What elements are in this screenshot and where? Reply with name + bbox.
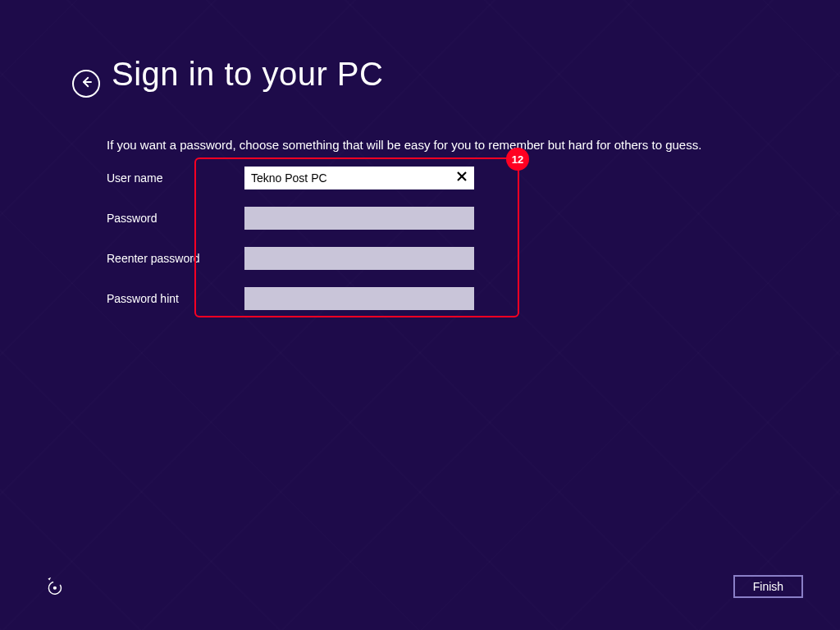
row-reenter-password: Reenter password (107, 247, 474, 270)
row-password: Password (107, 207, 474, 230)
accessibility-icon (41, 586, 66, 600)
password-input[interactable] (244, 207, 474, 230)
username-input[interactable] (244, 167, 474, 189)
close-icon (456, 171, 468, 185)
password-input-wrap (244, 207, 474, 230)
password-hint-label: Password hint (107, 292, 244, 305)
finish-button[interactable]: Finish (733, 575, 803, 598)
signin-form: User name Password Reenter password Pas (107, 167, 474, 327)
username-label: User name (107, 171, 244, 185)
reenter-password-label: Reenter password (107, 252, 244, 265)
clear-username-button[interactable] (453, 169, 471, 187)
ease-of-access-button[interactable] (41, 573, 66, 597)
reenter-password-input-wrap (244, 247, 474, 270)
row-username: User name (107, 167, 474, 189)
row-password-hint: Password hint (107, 287, 474, 310)
back-button[interactable] (72, 70, 100, 98)
username-input-wrap (244, 167, 474, 189)
password-label: Password (107, 212, 244, 225)
reenter-password-input[interactable] (244, 247, 474, 270)
page-title: Sign in to your PC (112, 56, 383, 93)
password-hint-input-wrap (244, 287, 474, 310)
password-hint-input[interactable] (244, 287, 474, 310)
back-arrow-icon (79, 75, 94, 93)
page-subtitle: If you want a password, choose something… (107, 138, 701, 152)
svg-point-4 (53, 587, 56, 589)
